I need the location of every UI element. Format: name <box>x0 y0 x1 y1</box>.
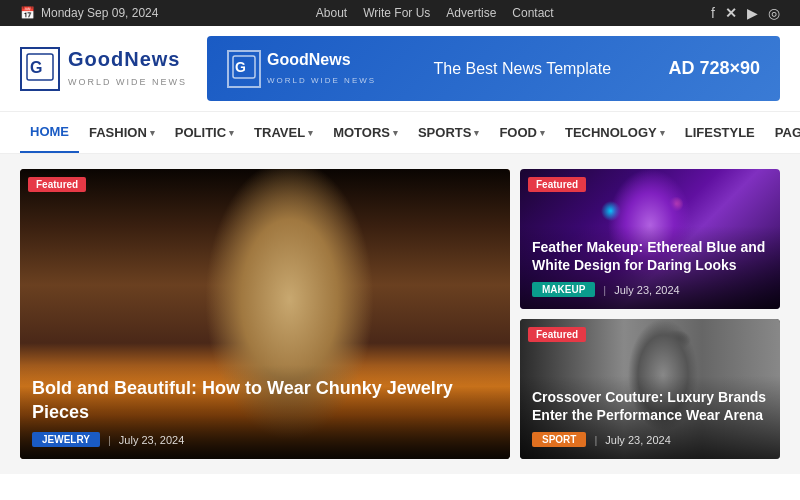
ad-logo: G GoodNews WORLD WIDE NEWS <box>227 50 376 88</box>
small-card-1-caption: Feather Makeup: Ethereal Blue and White … <box>520 226 780 309</box>
small-card-2-tag[interactable]: SPORT <box>532 432 586 447</box>
ad-logo-icon: G <box>227 50 261 88</box>
featured-small-card-1[interactable]: Featured Feather Makeup: Ethereal Blue a… <box>520 169 780 309</box>
facebook-icon[interactable]: f <box>711 5 715 21</box>
featured-badge-small2: Featured <box>528 327 586 342</box>
ad-size: AD 728×90 <box>668 58 760 79</box>
main-nav: HOME FASHION ▾ POLITIC ▾ TRAVEL ▾ MOTORS… <box>0 111 800 154</box>
header: G GoodNews WORLD WIDE NEWS G GoodNews WO… <box>0 26 800 111</box>
svg-text:G: G <box>30 59 42 76</box>
top-bar: 📅 Monday Sep 09, 2024 About Write For Us… <box>0 0 800 26</box>
instagram-icon[interactable]: ◎ <box>768 5 780 21</box>
nav-sports[interactable]: SPORTS ▾ <box>408 113 489 152</box>
featured-right-column: Featured Feather Makeup: Ethereal Blue a… <box>520 169 780 459</box>
chevron-down-icon: ▾ <box>660 128 665 138</box>
nav-lifestyle[interactable]: LIFESTYLE <box>675 113 765 152</box>
svg-text:G: G <box>235 59 246 75</box>
about-link[interactable]: About <box>316 6 347 20</box>
nav-home[interactable]: HOME <box>20 112 79 153</box>
chevron-down-icon: ▾ <box>474 128 479 138</box>
contact-link[interactable]: Contact <box>512 6 553 20</box>
ad-banner: G GoodNews WORLD WIDE NEWS The Best News… <box>207 36 780 101</box>
nav-travel[interactable]: TRAVEL ▾ <box>244 113 323 152</box>
small-card-2-tag-row: SPORT | July 23, 2024 <box>532 432 768 447</box>
small-card-2-caption: Crossover Couture: Luxury Brands Enter t… <box>520 376 780 459</box>
featured-grid: Featured Bold and Beautiful: How to Wear… <box>20 169 780 459</box>
large-card-tag-row: JEWELRY | July 23, 2024 <box>32 432 498 447</box>
logo-icon: G <box>20 47 60 91</box>
chevron-down-icon: ▾ <box>540 128 545 138</box>
nav-pages[interactable]: PAGES ▾ <box>765 113 800 152</box>
chevron-down-icon: ▾ <box>393 128 398 138</box>
nav-fashion[interactable]: FASHION ▾ <box>79 113 165 152</box>
nav-technology[interactable]: TECHNOLOGY ▾ <box>555 113 675 152</box>
logo[interactable]: G GoodNews WORLD WIDE NEWS <box>20 47 187 91</box>
small-card-2-title: Crossover Couture: Luxury Brands Enter t… <box>532 388 768 424</box>
logo-text: GoodNews WORLD WIDE NEWS <box>68 48 187 89</box>
nav-food[interactable]: FOOD ▾ <box>489 113 555 152</box>
main-content: Featured Bold and Beautiful: How to Wear… <box>0 154 800 474</box>
featured-badge-small1: Featured <box>528 177 586 192</box>
top-bar-date-area: 📅 Monday Sep 09, 2024 <box>20 6 158 20</box>
ad-slogan: The Best News Template <box>392 60 652 78</box>
small-card-1-date: July 23, 2024 <box>614 284 679 296</box>
chevron-down-icon: ▾ <box>150 128 155 138</box>
top-bar-socials: f ✕ ▶ ◎ <box>711 5 780 21</box>
small-card-1-title: Feather Makeup: Ethereal Blue and White … <box>532 238 768 274</box>
write-for-us-link[interactable]: Write For Us <box>363 6 430 20</box>
nav-politic[interactable]: POLITIC ▾ <box>165 113 244 152</box>
small-card-1-tag[interactable]: MAKEUP <box>532 282 595 297</box>
large-card-caption: Bold and Beautiful: How to Wear Chunky J… <box>20 365 510 459</box>
x-twitter-icon[interactable]: ✕ <box>725 5 737 21</box>
date-text: Monday Sep 09, 2024 <box>41 6 158 20</box>
featured-badge-large: Featured <box>28 177 86 192</box>
nav-motors[interactable]: MOTORS ▾ <box>323 113 408 152</box>
small-card-1-tag-row: MAKEUP | July 23, 2024 <box>532 282 768 297</box>
large-card-title: Bold and Beautiful: How to Wear Chunky J… <box>32 377 498 424</box>
advertise-link[interactable]: Advertise <box>446 6 496 20</box>
youtube-icon[interactable]: ▶ <box>747 5 758 21</box>
small-card-2-date: July 23, 2024 <box>605 434 670 446</box>
featured-small-card-2[interactable]: Featured Crossover Couture: Luxury Brand… <box>520 319 780 459</box>
chevron-down-icon: ▾ <box>229 128 234 138</box>
featured-large-card[interactable]: Featured Bold and Beautiful: How to Wear… <box>20 169 510 459</box>
chevron-down-icon: ▾ <box>308 128 313 138</box>
large-card-date: July 23, 2024 <box>119 434 184 446</box>
calendar-icon: 📅 <box>20 6 35 20</box>
large-card-tag[interactable]: JEWELRY <box>32 432 100 447</box>
top-bar-nav: About Write For Us Advertise Contact <box>316 6 554 20</box>
ad-logo-text: GoodNews WORLD WIDE NEWS <box>267 51 376 87</box>
